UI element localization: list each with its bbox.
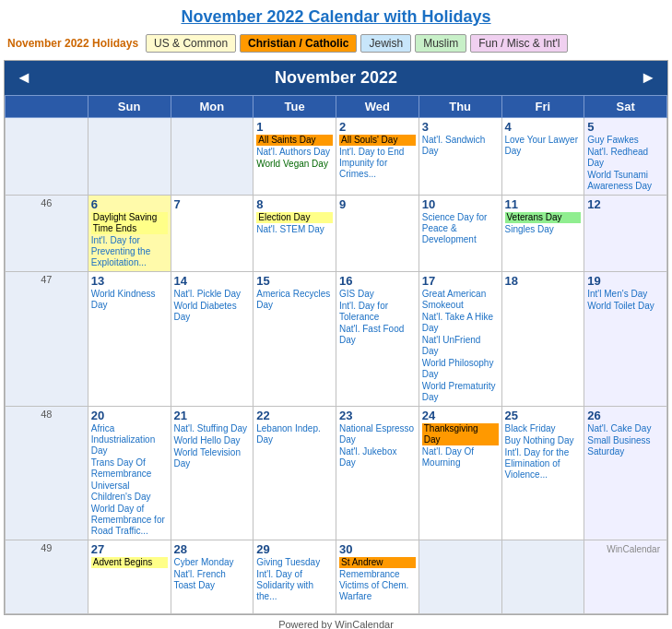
table-row: 46 6 Daylight Saving Time Ends Int'l. Da… [6, 196, 667, 272]
nav-btn-muslim[interactable]: Muslim [415, 34, 466, 53]
event: Daylight Saving Time Ends [91, 212, 168, 234]
day-27: 27 Advent Begins [88, 540, 171, 614]
date-num: 9 [339, 197, 416, 211]
day-11: 11 Veterans Day Singles Day [501, 196, 584, 272]
event: World Kindness Day [91, 289, 168, 311]
day-1: 1 All Saints Day Nat'l. Authors Day Worl… [253, 118, 336, 196]
holidays-nav: November 2022 Holidays US & Common Chris… [0, 30, 672, 60]
day-23: 23 National Espresso Day Nat'l. Jukebox … [336, 407, 419, 540]
event: Giving Tuesday [256, 557, 333, 568]
event: Int'l. Day for the Elimination of Violen… [505, 447, 582, 481]
week-num-44 [6, 118, 88, 196]
day-empty-1 [88, 118, 171, 196]
event: World Hello Day [174, 435, 251, 446]
event: Nat'l. Authors Day [256, 147, 333, 158]
date-num: 18 [505, 274, 582, 288]
prev-month-arrow[interactable]: ◄ [16, 68, 32, 88]
day-12: 12 [584, 196, 667, 272]
event: Nat'l. Day Of Mourning [422, 446, 499, 469]
nav-btn-us-common[interactable]: US & Common [146, 34, 236, 53]
nav-btn-fun[interactable]: Fun / Misc & Int'l [470, 34, 568, 53]
date-num: 10 [422, 197, 499, 211]
date-num: 6 [91, 197, 168, 211]
event: Africa Industrialization Day [91, 423, 168, 457]
header-sun: Sun [88, 96, 171, 118]
week-num-48: 48 [6, 407, 88, 540]
date-num: 16 [339, 274, 416, 288]
event: Nat'l. Fast Food Day [339, 324, 416, 346]
date-num: 20 [91, 409, 168, 422]
event: World Toilet Day [587, 301, 664, 312]
header-tue: Tue [253, 96, 336, 118]
event: Science Day for Peace & Development [422, 212, 499, 245]
day-14: 14 Nat'l. Pickle Day World Diabetes Day [171, 272, 253, 407]
day-empty-2 [171, 118, 253, 196]
event: All Saints Day [256, 135, 333, 146]
event: St Andrew [339, 557, 416, 568]
day-21: 21 Nat'l. Stuffing Day World Hello Day W… [171, 407, 253, 540]
event: National Espresso Day [339, 423, 416, 445]
day-empty-5: WinCalendar [584, 540, 667, 614]
date-num: 23 [339, 409, 416, 422]
event: World Philosophy Day [422, 358, 499, 380]
event: Thanksgiving Day [422, 423, 499, 445]
date-num: 11 [505, 197, 582, 211]
day-5: 5 Guy Fawkes Nat'l. Redhead Day World Ts… [584, 118, 667, 196]
event: Black Friday [505, 423, 582, 434]
event: Trans Day Of Remembrance [91, 457, 168, 480]
day-26: 26 Nat'l. Cake Day Small Business Saturd… [584, 407, 667, 540]
event: Great American Smokeout [422, 289, 499, 311]
nav-btn-christian[interactable]: Christian / Catholic [240, 34, 357, 53]
date-num: 15 [256, 274, 333, 288]
date-num: 28 [174, 542, 251, 556]
event: Small Business Saturday [587, 435, 664, 457]
day-15: 15 America Recycles Day [253, 272, 336, 407]
header-sat: Sat [584, 96, 667, 118]
event: Nat'l. Sandwich Day [422, 135, 499, 157]
event: Advent Begins [91, 557, 168, 568]
nav-btn-jewish[interactable]: Jewish [360, 34, 411, 53]
date-num: 8 [256, 197, 333, 211]
date-num: 29 [256, 542, 333, 556]
event: Int'l. Day for Preventing the Exploitati… [91, 235, 168, 268]
date-num: 25 [505, 409, 582, 422]
event: Nat'l. STEM Day [256, 224, 333, 235]
day-25: 25 Black Friday Buy Nothing Day Int'l. D… [501, 407, 584, 540]
event: Guy Fawkes [587, 135, 664, 146]
day-4: 4 Love Your Lawyer Day [501, 118, 584, 196]
date-num: 1 [256, 120, 333, 134]
day-19: 19 Int'l Men's Day World Toilet Day [584, 272, 667, 407]
event: Int'l Men's Day [587, 289, 664, 300]
event: Int'l. Day to End Impunity for Crimes... [339, 147, 416, 180]
calendar-table: Sun Mon Tue Wed Thu Fri Sat 1 All Saints… [5, 95, 667, 614]
date-num: 22 [256, 409, 333, 422]
date-num: 30 [339, 542, 416, 556]
event: America Recycles Day [256, 289, 333, 311]
day-8: 8 Election Day Nat'l. STEM Day [253, 196, 336, 272]
day-6: 6 Daylight Saving Time Ends Int'l. Day f… [88, 196, 171, 272]
event: All Souls' Day [339, 135, 416, 146]
wincalendar-label: WinCalendar [587, 542, 664, 556]
day-13: 13 World Kindness Day [88, 272, 171, 407]
next-month-arrow[interactable]: ► [640, 68, 656, 88]
day-30: 30 St Andrew Remembrance Victims of Chem… [336, 540, 419, 614]
date-num: 14 [174, 274, 251, 288]
event: World Diabetes Day [174, 301, 251, 323]
day-10: 10 Science Day for Peace & Development [419, 196, 501, 272]
date-num: 5 [587, 120, 664, 134]
day-empty-3 [419, 540, 501, 614]
week-num-49: 49 [6, 540, 88, 614]
day-7: 7 [171, 196, 253, 272]
header-mon: Mon [171, 96, 253, 118]
event: Nat'l. Cake Day [587, 423, 664, 434]
event: World Tsunami Awareness Day [587, 170, 664, 192]
day-20: 20 Africa Industrialization Day Trans Da… [88, 407, 171, 540]
event: Nat'l. Redhead Day [587, 147, 664, 169]
day-18: 18 [501, 272, 584, 407]
day-28: 28 Cyber Monday Nat'l. French Toast Day [171, 540, 253, 614]
event: World Television Day [174, 447, 251, 469]
calendar-header: ◄ November 2022 ► [5, 61, 667, 95]
date-num: 2 [339, 120, 416, 134]
page-title: November 2022 Calendar with Holidays [0, 0, 672, 30]
header-fri: Fri [501, 96, 584, 118]
